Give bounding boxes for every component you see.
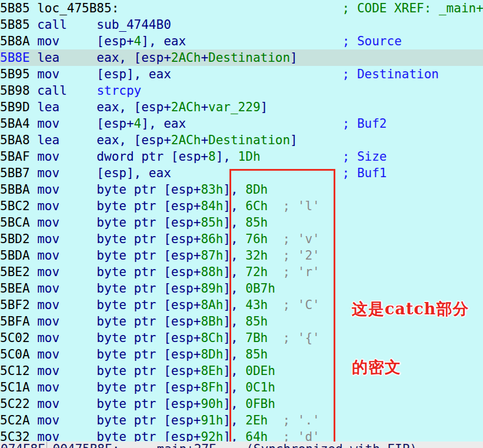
asm-row[interactable]: 5B8A mov [esp+4], eax ; Source — [0, 33, 483, 49]
asm-row[interactable]: 5B85 call sub_4744B0 — [0, 16, 483, 33]
asm-row[interactable]: 5B9D lea eax, [esp+2ACh+var_229] — [0, 99, 483, 115]
status-divider — [46, 442, 47, 448]
asm-row[interactable]: 5BC2 mov byte ptr [esp+84h], 6Ch ; 'l' — [0, 198, 483, 214]
status-bar: 074E8E 00475B8E: _main+27E (Synchronized… — [0, 442, 483, 448]
asm-row[interactable]: 5B85 loc_475B85: ; CODE XREF: _main+ — [0, 0, 483, 16]
asm-row[interactable]: 5BD2 mov byte ptr [esp+86h], 76h ; 'v' — [0, 231, 483, 247]
asm-row[interactable]: 5BBA mov byte ptr [esp+83h], 8Dh — [0, 181, 483, 198]
annotation-text: 这是catch部分 的密文 — [352, 260, 469, 416]
asm-row[interactable]: 5BAF mov dword ptr [esp+8], 1Dh ; Size — [0, 148, 483, 165]
asm-row-current[interactable]: 5B8E lea eax, [esp+2ACh+Destination] — [0, 49, 483, 66]
status-bar-text: 074E8E 00475B8E: _main+27E (Synchronized… — [1, 442, 417, 448]
asm-row[interactable]: 5BB7 mov [esp], eax ; Buf1 — [0, 165, 483, 181]
asm-row[interactable]: 5BCA mov byte ptr [esp+85h], 85h — [0, 214, 483, 231]
ida-disassembly-view: 5B85 loc_475B85: ; CODE XREF: _main+5B85… — [0, 0, 483, 448]
asm-row[interactable]: 5BA8 lea eax, [esp+2ACh+Destination] — [0, 132, 483, 148]
asm-row[interactable]: 5B95 mov [esp], eax ; Destination — [0, 66, 483, 82]
asm-row[interactable]: 5B98 call strcpy — [0, 82, 483, 99]
annotation-line-1: 这是catch部分 — [352, 299, 469, 318]
asm-row[interactable]: 5BA4 mov [esp+4], eax ; Buf2 — [0, 115, 483, 132]
annotation-line-2: 的密文 — [352, 357, 469, 377]
